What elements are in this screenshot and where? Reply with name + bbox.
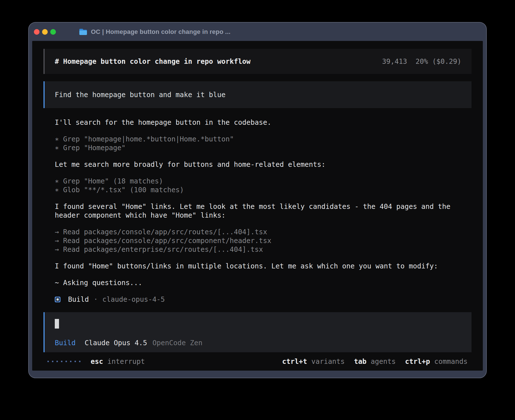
terminal-pane[interactable]: # Homepage button color change in repo w…: [32, 41, 483, 371]
shortcut-label-agents: agents: [371, 357, 396, 366]
traffic-lights: [34, 29, 56, 35]
tool-call-grep: ∗ Grep "Homepage": [55, 143, 472, 152]
tool-call-group: → Read packages/console/app/src/routes/[…: [55, 228, 472, 254]
status-bar: esc interrupt ctrl+t variants tab agents…: [47, 357, 468, 366]
session-title: # Homepage button color change in repo w…: [55, 57, 250, 66]
assistant-text: Let me search more broadly for buttons a…: [55, 160, 472, 169]
working-spinner-dots: [47, 361, 80, 362]
tool-call-glob: ∗ Glob "**/*.tsx" (100 matches): [55, 185, 472, 194]
shortcut-commands: ctrl+p commands: [405, 357, 468, 366]
status-bar-left: esc interrupt: [47, 357, 145, 366]
minimize-button[interactable]: [42, 29, 48, 35]
spinner-dot: [61, 361, 62, 362]
shortcut-key-tab: tab: [354, 357, 366, 366]
text-cursor: [55, 319, 59, 329]
input-status-line: Build Claude Opus 4.5 OpenCode Zen: [55, 338, 202, 347]
spinner-dot: [47, 361, 49, 362]
agent-status-row: Build · claude-opus-4-5: [55, 295, 472, 304]
user-message-text: Find the homepage button and make it blu…: [55, 90, 226, 99]
shortcut-variants: ctrl+t variants: [282, 357, 345, 366]
shortcut-label-interrupt: interrupt: [107, 357, 145, 366]
shortcut-label-variants: variants: [311, 357, 345, 366]
token-count: 39,413: [382, 57, 407, 66]
tool-call-read: → Read packages/enterprise/src/routes/[.…: [55, 245, 472, 254]
shortcut-label-commands: commands: [434, 357, 468, 366]
tool-call-group: ∗ Grep "Home" (18 matches) ∗ Glob "**/*.…: [55, 177, 472, 194]
spinner-dot: [52, 361, 53, 362]
spinner-dot: [70, 361, 71, 362]
tool-call-grep: ∗ Grep "homepage|home.*button|Home.*butt…: [55, 135, 472, 143]
zoom-button[interactable]: [50, 29, 56, 35]
folder-icon: [79, 29, 87, 35]
tool-call-read: → Read packages/console/app/src/componen…: [55, 236, 472, 245]
spinner-dot: [75, 361, 76, 362]
tool-call-grep: ∗ Grep "Home" (18 matches): [55, 177, 472, 185]
spinner-dot: [56, 361, 58, 362]
assistant-text: I found "Home" buttons/links in multiple…: [55, 262, 472, 270]
session-stats: 39,413 20% ($0.29): [382, 57, 461, 66]
assistant-text: I'll search for the homepage button in t…: [55, 118, 472, 127]
separator-dot: ·: [94, 295, 98, 304]
shortcut-key-esc: esc: [91, 357, 103, 366]
spinner-dot: [79, 361, 80, 362]
context-cost: 20% ($0.29): [416, 57, 461, 66]
close-button[interactable]: [34, 29, 40, 35]
model-selector[interactable]: Claude Opus 4.5: [85, 338, 147, 347]
shortcut-key-ctrl-t: ctrl+t: [282, 357, 307, 366]
user-message: Find the homepage button and make it blu…: [43, 81, 472, 108]
shortcut-key-ctrl-p: ctrl+p: [405, 357, 430, 366]
agent-selector[interactable]: Build: [55, 338, 76, 347]
assistant-text: header component which have "Home" links…: [55, 211, 472, 220]
shortcut-agents: tab agents: [354, 357, 396, 366]
tool-call-group: ∗ Grep "homepage|home.*button|Home.*butt…: [55, 135, 472, 152]
model-id: claude-opus-4-5: [102, 295, 165, 304]
agent-name: Build: [68, 295, 89, 304]
session-header: # Homepage button color change in repo w…: [43, 49, 472, 74]
spinner-dot: [66, 361, 67, 362]
tool-call-read: → Read packages/console/app/src/routes/[…: [55, 228, 472, 236]
agent-build-icon: [55, 297, 60, 302]
status-bar-right: ctrl+t variants tab agents ctrl+p comman…: [282, 357, 468, 366]
conversation: I'll search for the homepage button in t…: [55, 118, 472, 304]
provider-label: OpenCode Zen: [152, 338, 202, 347]
titlebar: OC | Homepage button color change in rep…: [29, 23, 486, 41]
window-title: OC | Homepage button color change in rep…: [91, 28, 230, 36]
prompt-input[interactable]: Build Claude Opus 4.5 OpenCode Zen: [43, 312, 472, 352]
app-window: OC | Homepage button color change in rep…: [28, 22, 487, 378]
desktop-background: OC | Homepage button color change in rep…: [0, 0, 515, 420]
assistant-text: I found several "Home" links. Let me loo…: [55, 202, 472, 211]
assistant-status-text: ~ Asking questions...: [55, 278, 472, 287]
